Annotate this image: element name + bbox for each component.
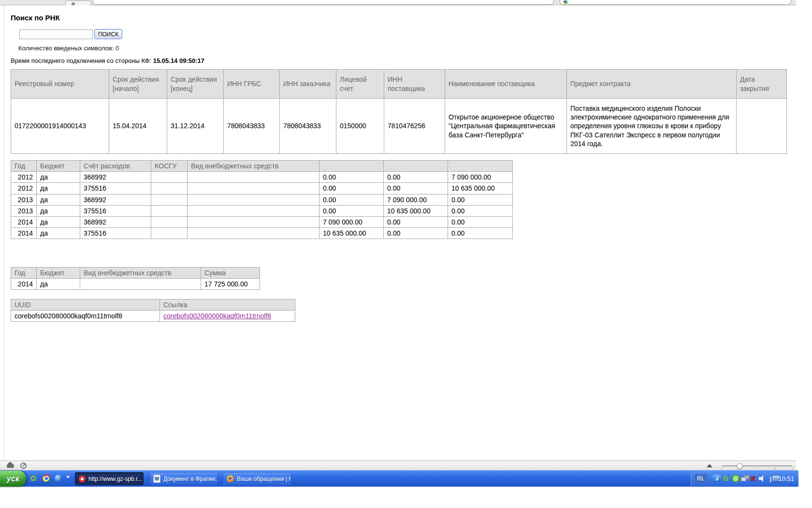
column-header: Наименование поставщика: [445, 70, 567, 99]
icq-tray-icon[interactable]: ✿: [723, 475, 730, 482]
cell: 10 635 000.00: [384, 205, 448, 216]
uuid-link[interactable]: corebofs002080000kaqf0m11trnolf8: [163, 312, 271, 320]
overflow-chevron-icon[interactable]: »: [66, 473, 72, 481]
zoom-slider-track[interactable]: [722, 465, 792, 466]
cell: да: [37, 205, 80, 216]
cell: [188, 216, 319, 227]
cell: да: [37, 216, 80, 227]
cell: [151, 183, 188, 194]
cell: 10 635 000.00: [319, 228, 384, 239]
cell: 2014: [11, 279, 37, 290]
column-header: ИНН поставщика: [384, 70, 445, 99]
cell: 2014: [11, 228, 37, 239]
table-row: 2012 да 368992 0.00 0.00 7 090 000.00: [11, 172, 513, 183]
gauge-icon[interactable]: [20, 463, 27, 469]
download-manager-icon[interactable]: J: [713, 475, 721, 482]
cell-account: 0150000: [336, 99, 384, 154]
column-header: Бюджет: [37, 268, 80, 279]
cell: 2013: [11, 194, 37, 205]
cell: 0.00: [448, 228, 513, 239]
cell: 0.00: [448, 194, 513, 205]
browser-chrome-strip: [0, 0, 796, 5]
taskbar-task-opera[interactable]: http://www.gz-spb.r...: [75, 472, 144, 485]
page-title: Поиск по РНК: [11, 14, 60, 22]
cell-uuid: corebofs002080000kaqf0m11trnolf8: [11, 311, 160, 322]
rnk-search-input[interactable]: [19, 30, 93, 39]
table-row: 2014 да 368992 7 090 000.00 0.00 0.00: [11, 216, 513, 227]
cell-contract-subject: Поставка медицинского изделия Полоски эл…: [567, 99, 737, 154]
firefox-icon: [227, 475, 234, 482]
cloud-icon[interactable]: [7, 463, 14, 468]
column-header: [384, 161, 448, 172]
cell: 0.00: [319, 194, 384, 205]
cell-inn-supplier: 7810476256: [384, 99, 445, 154]
taskbar-task-firefox[interactable]: Ваши обращения | Н...: [223, 472, 291, 485]
cell: да: [37, 228, 80, 239]
browser-tab[interactable]: [65, 0, 91, 5]
cell: 0.00: [384, 216, 448, 227]
budget-table: Год Бюджет Счёт расходов КОСГУ Вид внебю…: [11, 160, 513, 239]
cell: да: [37, 172, 80, 183]
cell: да: [37, 279, 80, 290]
tray-clock[interactable]: 10:51: [778, 475, 794, 482]
cell: 375516: [80, 228, 151, 239]
cell: 0.00: [448, 216, 513, 227]
cell: 0.00: [319, 183, 384, 194]
cell-end-date: 31.12.2014: [167, 99, 224, 154]
cell: 2014: [11, 216, 37, 227]
cell: 0.00: [319, 205, 384, 216]
table-row: 2013 да 368992 0.00 7 090 000.00 0.00: [11, 194, 513, 205]
icq-flower-icon[interactable]: ✿: [30, 475, 38, 482]
cell: [151, 205, 188, 216]
column-header: КОСГУ: [151, 161, 188, 172]
cell: [188, 194, 319, 205]
language-indicator[interactable]: RL: [695, 474, 707, 483]
cell: [188, 228, 319, 239]
web-page: Поиск по РНК ПОИСК Количество введеных с…: [0, 5, 812, 461]
column-header: Сумма: [201, 268, 260, 279]
cell-inn-grbs: 7808043833: [224, 99, 280, 154]
search-button[interactable]: ПОИСК: [94, 29, 122, 39]
page-left-border: [4, 5, 4, 461]
column-header: UUID: [11, 299, 160, 311]
start-button[interactable]: уск: [0, 471, 26, 487]
column-header: Лицевой счет: [336, 70, 384, 99]
taskbar-task-word[interactable]: W Документ в Фрагме...: [149, 472, 218, 485]
column-header: Ссылка: [160, 299, 295, 311]
network-icon[interactable]: [741, 475, 749, 482]
cell: да: [37, 183, 80, 194]
cell: 375516: [80, 183, 151, 194]
address-bar[interactable]: [93, 0, 554, 5]
cell: 0.00: [384, 183, 448, 194]
search-engine-icon: [564, 0, 567, 4]
cell: [80, 279, 201, 290]
cell: 0.00: [319, 172, 384, 183]
cell: 0.00: [384, 228, 448, 239]
column-header: Год: [11, 268, 37, 279]
cell: [151, 172, 188, 183]
column-header: Бюджет: [37, 161, 80, 172]
system-tray: RL J ✿ @ K 10:51: [690, 471, 798, 487]
search-bar[interactable]: [560, 0, 791, 5]
taskbar: уск ✿ » http://www.gz-spb.r... W Докумен…: [0, 470, 798, 487]
scroll-top-arrow-icon[interactable]: [707, 464, 712, 467]
cell: 7 090 000.00: [319, 216, 384, 227]
cell-registry-number: 0172200001914000143: [11, 99, 109, 154]
cell: [151, 194, 188, 205]
column-header: Срок действия [начало]: [109, 70, 167, 99]
mailru-agent-icon[interactable]: @: [732, 475, 740, 482]
task-label: Ваши обращения | Н...: [237, 476, 291, 482]
column-header: Год: [11, 161, 37, 172]
cell-inn-customer: 7808043833: [280, 99, 336, 154]
column-header: [319, 161, 384, 172]
blue-orb-icon[interactable]: [55, 475, 62, 482]
cell: 7 090 000.00: [384, 194, 448, 205]
zoom-slider-knob[interactable]: [737, 463, 743, 469]
kaspersky-icon[interactable]: K: [751, 475, 758, 482]
chrome-icon[interactable]: [43, 475, 50, 482]
last-connection-value: 15.05.14 09:50:17: [153, 57, 204, 64]
column-header: Срок действия [конец]: [167, 70, 224, 99]
cell-total-sum: 17 725 000.00: [201, 279, 260, 290]
column-header: Вид внебюджетных средств: [188, 161, 319, 172]
cell: [188, 172, 319, 183]
